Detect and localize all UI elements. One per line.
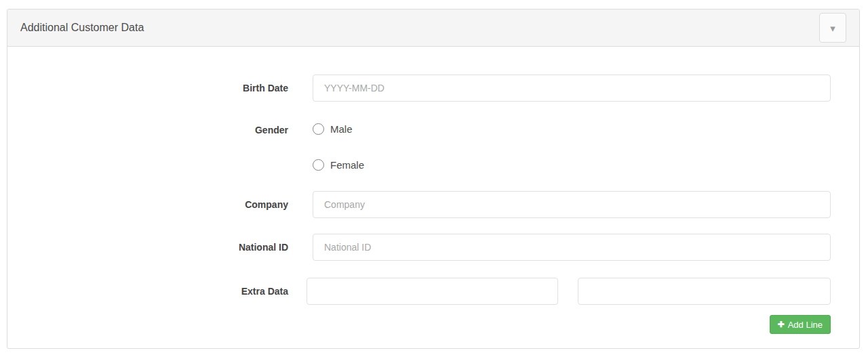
gender-female-option-label: Female: [330, 159, 364, 171]
national-id-control: [313, 234, 831, 261]
additional-customer-data-panel: Additional Customer Data ▾ Birth Date Ge…: [7, 9, 860, 349]
gender-female-radio[interactable]: [313, 159, 324, 171]
birth-date-field-row: Birth Date: [7, 75, 859, 102]
extra-data-label: Extra Data: [7, 286, 288, 297]
extra-data-field-row: Extra Data: [7, 278, 859, 305]
gender-female-control: Female: [313, 159, 364, 173]
gender-male-option[interactable]: Male: [313, 123, 353, 135]
caret-down-icon: ▾: [830, 23, 835, 33]
extra-data-control: [307, 278, 831, 305]
national-id-label: National ID: [7, 242, 288, 253]
add-line-button-label: Add Line: [788, 320, 823, 330]
panel-header: Additional Customer Data ▾: [7, 9, 859, 47]
gender-field-row: Gender Male: [7, 120, 859, 140]
company-input[interactable]: [313, 191, 831, 218]
gender-female-option[interactable]: Female: [313, 159, 364, 171]
birth-date-control: [313, 75, 831, 102]
plus-icon: ✚: [778, 320, 785, 329]
add-line-button[interactable]: ✚ Add Line: [770, 315, 831, 334]
national-id-field-row: National ID: [7, 234, 859, 261]
extra-data-key-input[interactable]: [307, 278, 558, 305]
gender-male-radio[interactable]: [313, 123, 324, 135]
gender-male-control: Male: [313, 123, 353, 138]
gender-label: Gender: [7, 125, 288, 135]
add-line-row: ✚ Add Line: [7, 315, 859, 334]
gender-female-row: Female: [7, 156, 859, 176]
extra-data-value-input[interactable]: [578, 278, 831, 305]
gender-male-option-label: Male: [330, 123, 353, 135]
collapse-toggle-button[interactable]: ▾: [819, 13, 846, 43]
birth-date-label: Birth Date: [7, 83, 288, 93]
national-id-input[interactable]: [313, 234, 831, 261]
company-control: [313, 191, 831, 218]
panel-body: Birth Date Gender Male Female: [7, 47, 859, 334]
birth-date-input[interactable]: [313, 75, 831, 102]
company-label: Company: [7, 199, 288, 210]
company-field-row: Company: [7, 191, 859, 218]
add-line-control: ✚ Add Line: [307, 315, 831, 334]
panel-title: Additional Customer Data: [20, 22, 144, 34]
